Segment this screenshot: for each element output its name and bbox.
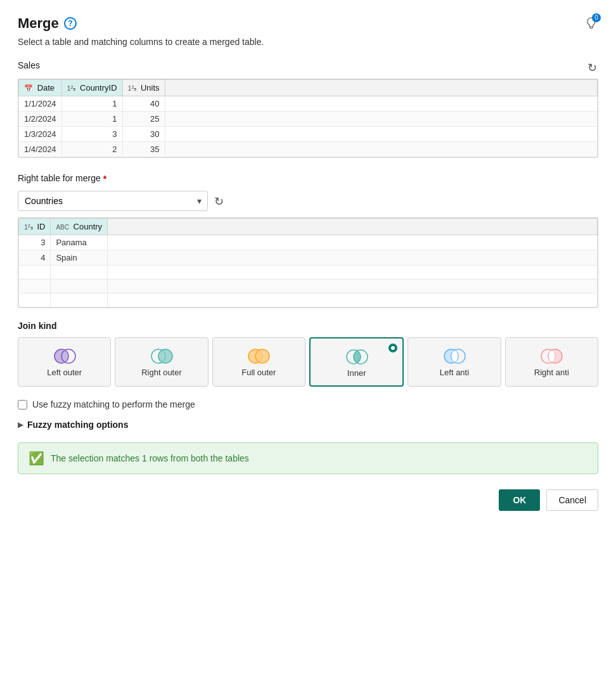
join-option-left-anti[interactable]: Left anti [407, 337, 501, 387]
sales-refresh-button[interactable]: ↻ [586, 60, 598, 76]
sales-table: 📅 Date 1²₃ CountryID 1²₃ Units 1/1/2024 … [18, 79, 598, 157]
sales-table-label: Sales [18, 60, 40, 70]
right-outer-label: Right outer [119, 368, 203, 377]
cell-units-3: 30 [122, 127, 165, 142]
abc-icon: ABC [56, 224, 69, 231]
inner-label: Inner [314, 368, 399, 378]
cell-countryid-3: 3 [61, 127, 122, 142]
cell-empty-2 [165, 112, 597, 127]
left-anti-icon [440, 347, 468, 366]
fuzzy-options-label: Fuzzy matching options [27, 420, 128, 430]
cell-date-3: 1/3/2024 [19, 127, 62, 142]
cell-id-2: 4 [19, 250, 51, 266]
countries-table-wrapper: 1²₃ ID ABC Country 3 Panama 4 Spain [18, 217, 598, 308]
sales-col-units[interactable]: 1²₃ Units [122, 80, 165, 96]
cancel-button[interactable]: Cancel [546, 489, 598, 511]
table-dropdown-wrapper[interactable]: Countries ▾ [18, 191, 208, 211]
cell-date-2: 1/2/2024 [19, 112, 62, 127]
right-outer-icon [148, 347, 176, 366]
svg-point-11 [451, 351, 458, 362]
svg-point-14 [549, 351, 555, 362]
right-table-label: Right table for merge [18, 173, 101, 183]
table-row [19, 293, 598, 307]
subtitle-text: Select a table and matching columns to c… [18, 37, 598, 47]
left-outer-icon [51, 347, 79, 366]
join-kind-label: Join kind [18, 321, 598, 331]
table-row: 4 Spain [19, 250, 598, 266]
cell-date-1: 1/1/2024 [19, 96, 62, 112]
cell-country-1: Panama [51, 235, 108, 250]
cell-date-4: 1/4/2024 [19, 142, 62, 157]
cell-countryid-2: 1 [61, 112, 122, 127]
sales-col-countryid[interactable]: 1²₃ CountryID [61, 80, 122, 96]
table-dropdown[interactable]: Countries [18, 191, 208, 211]
table-row [19, 266, 598, 280]
cell-units-2: 25 [122, 112, 165, 127]
chevron-right-icon: ▶ [18, 420, 23, 429]
table-row: 1/3/2024 3 30 [19, 127, 598, 142]
svg-point-5 [255, 349, 269, 363]
table-row: 1/4/2024 2 35 [19, 142, 598, 157]
cell-countryid-4: 2 [61, 142, 122, 157]
footer-buttons: OK Cancel [18, 489, 598, 511]
notification-badge: 0 [592, 13, 601, 22]
required-indicator: * [103, 174, 106, 184]
cell-empty-3 [165, 127, 597, 142]
help-icon[interactable]: ? [64, 17, 77, 30]
countries-col-country[interactable]: ABC Country [51, 219, 108, 235]
cell-empty-c1 [108, 235, 598, 250]
countries-col-empty [108, 219, 598, 235]
number-icon-3: 1²₃ [24, 223, 33, 231]
join-option-full-outer[interactable]: Full outer [212, 337, 305, 387]
dropdown-row: Countries ▾ ↻ [18, 191, 598, 211]
lightbulb-button[interactable]: 0 [584, 16, 598, 32]
number-icon-1: 1²₃ [67, 84, 76, 92]
ok-button[interactable]: OK [499, 489, 540, 511]
title-area: Merge ? [18, 15, 77, 32]
cell-units-4: 35 [122, 142, 165, 157]
right-anti-label: Right anti [510, 368, 594, 377]
right-anti-icon [537, 347, 565, 366]
table-row [19, 280, 598, 293]
join-option-right-anti[interactable]: Right anti [505, 337, 598, 387]
cell-empty-1 [165, 96, 597, 112]
join-options-group: Left outer Right outer Full outer [18, 337, 598, 387]
number-icon-2: 1²₃ [128, 84, 137, 92]
table-row: 1/1/2024 1 40 [19, 96, 598, 112]
full-outer-label: Full outer [217, 368, 301, 377]
inner-icon [343, 347, 371, 366]
join-option-inner[interactable]: Inner [309, 337, 404, 387]
svg-point-8 [354, 351, 360, 363]
fuzzy-checkbox-label[interactable]: Use fuzzy matching to perform the merge [32, 399, 195, 409]
cell-empty-c2 [108, 250, 598, 266]
table-row: 1/2/2024 1 25 [19, 112, 598, 127]
cell-id-1: 3 [19, 235, 51, 250]
countries-table: 1²₃ ID ABC Country 3 Panama 4 Spain [18, 218, 598, 307]
page-title: Merge [18, 15, 59, 32]
sales-section-header: Sales ↻ [18, 58, 598, 76]
cell-countryid-1: 1 [61, 96, 122, 112]
fuzzy-checkbox[interactable] [18, 400, 27, 409]
countries-col-id[interactable]: 1²₃ ID [19, 219, 51, 235]
success-check-icon: ✅ [29, 451, 44, 466]
countries-refresh-button[interactable]: ↻ [213, 193, 225, 210]
left-anti-label: Left anti [412, 368, 496, 377]
sales-col-empty [165, 80, 597, 96]
selected-indicator [388, 344, 397, 352]
join-option-right-outer[interactable]: Right outer [115, 337, 208, 387]
success-message: The selection matches 1 rows from both t… [51, 453, 249, 463]
cell-country-2: Spain [51, 250, 108, 266]
cell-empty-4 [165, 142, 597, 157]
join-option-left-outer[interactable]: Left outer [18, 337, 111, 387]
calendar-icon: 📅 [24, 84, 33, 92]
dialog-header: Merge ? 0 [18, 15, 598, 32]
success-banner: ✅ The selection matches 1 rows from both… [18, 442, 598, 474]
fuzzy-options-toggle[interactable]: ▶ Fuzzy matching options [18, 420, 598, 430]
full-outer-icon [245, 347, 273, 366]
sales-table-wrapper: 📅 Date 1²₃ CountryID 1²₃ Units 1/1/2024 … [18, 79, 598, 158]
cell-units-1: 40 [122, 96, 165, 112]
left-outer-label: Left outer [22, 368, 106, 377]
table-row: 3 Panama [19, 235, 598, 250]
sales-col-date[interactable]: 📅 Date [19, 80, 62, 96]
fuzzy-checkbox-row[interactable]: Use fuzzy matching to perform the merge [18, 399, 598, 409]
